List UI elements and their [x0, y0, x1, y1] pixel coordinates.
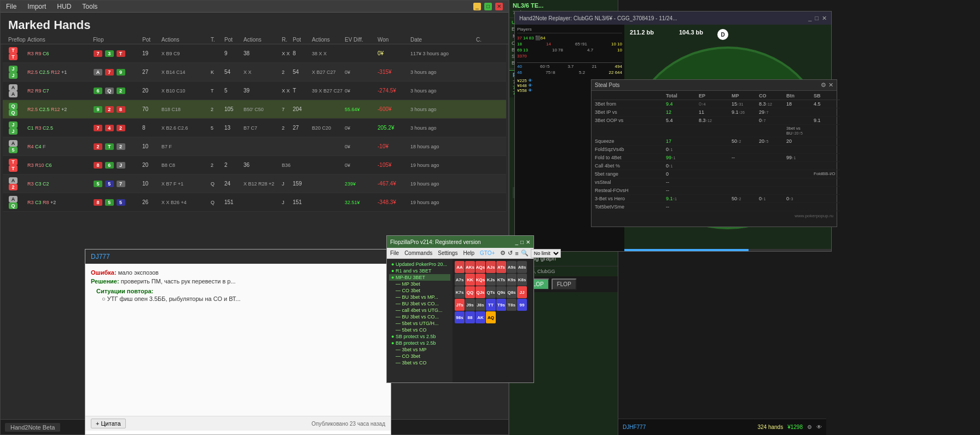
stat-call4bet-label: Call 4bet % [594, 162, 665, 170]
card-t9s[interactable]: T9s [496, 299, 506, 311]
fz-tree-item-r1[interactable]: ● R1 and vs 3BET [389, 268, 450, 274]
fz-sub-mp3bet[interactable]: — MP 3bet [389, 281, 450, 287]
card-aqs[interactable]: AQs [475, 261, 485, 273]
fz-sub-bu3bet-co[interactable]: — BU 3bet vs CO... [389, 300, 450, 307]
card-aks[interactable]: AKs [465, 261, 475, 273]
card-j9s[interactable]: J9s [465, 299, 475, 311]
maximize-button[interactable]: □ [484, 3, 492, 10]
stat-tot5bet-sb [813, 203, 840, 211]
card-1: A [9, 140, 18, 147]
replayer-minimize[interactable]: _ [808, 15, 811, 22]
settings-icon[interactable]: ⚙ [807, 424, 812, 430]
card-qts[interactable]: QTs [486, 286, 496, 298]
player-session-name: DJHF777 [623, 424, 646, 430]
fz-sub-3bet-co[interactable]: — 3bet vs CO [389, 359, 450, 366]
card-88[interactable]: 88 [465, 311, 475, 323]
card-kqs[interactable]: KQs [475, 274, 485, 286]
fz-limit-select[interactable]: No limit [531, 249, 561, 258]
table-row[interactable]: A A R2 R9 C7 6 Q 2 20 X B10 C10 T 5 39 X… [3, 82, 506, 100]
fz-search-icon[interactable]: 🔍 [521, 250, 529, 257]
fz-sub-5bet-utg[interactable]: — 5bet vs UTG/H... [389, 320, 450, 327]
card-ats[interactable]: ATs [496, 261, 506, 273]
stat-3bet-vs-bu-label [594, 125, 665, 137]
river-actions: 39 X B27 C27 [312, 88, 345, 94]
card-kts[interactable]: KTs [496, 274, 506, 286]
menu-tools[interactable]: Tools [82, 3, 97, 10]
card-k9s[interactable]: K9s [507, 274, 517, 286]
card-qq[interactable]: QQ [465, 286, 475, 298]
fz-menu-help[interactable]: Help [463, 250, 474, 256]
quote-button[interactable]: + Цитата [91, 419, 126, 428]
fz-menu-settings[interactable]: Settings [438, 250, 457, 256]
fz-tree-item-sb[interactable]: ● SB protect vs 2.5b [389, 333, 450, 340]
card-ajs[interactable]: AJs [486, 261, 496, 273]
card-kjs[interactable]: KJs [486, 274, 496, 286]
eye-icon[interactable]: 👁 [816, 424, 822, 430]
stats-table-close[interactable]: ✕ [828, 82, 833, 89]
replayer-maximize[interactable]: □ [815, 15, 819, 22]
fz-filter-icon[interactable]: ≡ [515, 250, 518, 257]
fz-sub-co3bet[interactable]: — CO 3bet [389, 287, 450, 294]
fz-sub-bu3bet-mp[interactable]: — BU 3bet vs MP... [389, 294, 450, 300]
table-row[interactable]: A Q R3 C3 R8 +2 8 5 5 26 X X B26 +4 Q 15… [3, 193, 506, 212]
fz-settings-icon[interactable]: ⚙ [500, 250, 506, 257]
card-q9s[interactable]: Q9s [496, 286, 506, 298]
menu-hud[interactable]: HUD [57, 3, 71, 10]
card-jts[interactable]: JTs [455, 299, 465, 311]
replayer-close[interactable]: ✕ [822, 15, 827, 22]
card-j8s[interactable]: J8s [475, 299, 485, 311]
card-a9s[interactable]: A9s [507, 261, 517, 273]
fz-sub-call4bet[interactable]: — call 4bet vs UTG... [389, 307, 450, 314]
fz-tree-item-mpbu[interactable]: ● MP-BU 3BET [389, 274, 450, 281]
flop-tab-btn[interactable]: FLOP [552, 279, 577, 290]
fz-sub-3bet-mp[interactable]: — 3bet vs MP [389, 346, 450, 353]
card-aa[interactable]: AA [455, 261, 465, 273]
fz-menu-gto[interactable]: GTO+ [480, 250, 495, 256]
card-t8s[interactable]: T8s [507, 299, 517, 311]
table-row[interactable]: J J R2.5 C2.5 R12 +1 A 7 9 27 X B14 C14 … [3, 63, 506, 82]
card-qjs[interactable]: QJs [475, 286, 485, 298]
table-row[interactable]: Q Q R2.5 C2.5 R12 +2 9 2 8 70 B18 C18 2 … [3, 100, 506, 119]
flop-actions: X X B26 +4 [161, 200, 211, 205]
menu-import[interactable]: Import [27, 3, 46, 10]
fz-sub-bu3bet-co2[interactable]: — BU 3bet vs CO... [389, 314, 450, 320]
card-k7s[interactable]: K7s [455, 286, 465, 298]
table-row[interactable]: A 2 R3 C3 C2 5 5 7 10 X B7 F +1 Q 24 X B… [3, 175, 506, 193]
menu-file[interactable]: File [6, 3, 16, 10]
flopzilla-maximize[interactable]: □ [520, 239, 524, 245]
player-row: 46 75↑8 5.2 22 644 [517, 70, 622, 75]
card-k8s[interactable]: K8s [517, 274, 527, 286]
stats-table-settings[interactable]: ⚙ [821, 82, 826, 89]
fz-tree-item-updated[interactable]: ● Updated PokerPro 20... [389, 261, 450, 268]
fz-sub-co3bet2[interactable]: — CO 3bet [389, 353, 450, 359]
stat-call4bet-btn [785, 162, 813, 170]
stat-fold4bet-co [758, 154, 785, 162]
card-q8s[interactable]: Q8s [507, 286, 517, 298]
fz-sub-5bet-co[interactable]: — 5bet vs CO [389, 327, 450, 333]
card-a8s[interactable]: A8s [517, 261, 527, 273]
table-row[interactable]: J J C1 R3 C2.5 7 4 2 8 X B2.6 C2.6 5 13 … [3, 119, 506, 137]
card-tt[interactable]: TT [486, 299, 496, 311]
card-99[interactable]: 99 [517, 299, 527, 311]
card-kk[interactable]: KK [465, 274, 475, 286]
table-row[interactable]: T T R3 R10 C6 8 6 J 20 B8 C8 2 2 36 B36 … [3, 156, 506, 175]
card-jj[interactable]: JJ [517, 286, 527, 298]
flopzilla-close[interactable]: ✕ [526, 239, 530, 245]
fz-menu-file[interactable]: File [390, 250, 399, 256]
flopzilla-minimize[interactable]: _ [515, 239, 518, 245]
hand-actions: R3 C3 C2 [27, 181, 93, 187]
table-row[interactable]: A 5 R4 C4 F 2 T 2 10 B7 F 0¥ -10¥ 18 hou… [3, 137, 506, 156]
fz-tree-item-bb[interactable]: ● BB protect vs 2.5b [389, 340, 450, 346]
stat-3bet-from-btn: 18 [785, 100, 813, 108]
card-a7s[interactable]: A7s [455, 274, 465, 286]
card-98s[interactable]: 98s [455, 311, 465, 323]
taskbar-h2n[interactable]: Hand2Note Beta [5, 423, 60, 432]
minimize-button[interactable]: _ [473, 3, 481, 10]
card-akp[interactable]: AK [475, 311, 485, 323]
close-button[interactable]: ✕ [495, 3, 503, 10]
fz-refresh-icon[interactable]: ↺ [508, 250, 513, 257]
table-row[interactable]: T T R3 R9 C6 7 3 T 19 X B9 C9 9 38 X X 8… [3, 44, 506, 63]
card-aqp[interactable]: AQ [486, 311, 496, 323]
flopzilla-card-grid: AA AKs AQs AJs ATs A9s A8s A7s KK KQs KJ… [453, 259, 534, 382]
fz-menu-commands[interactable]: Commands [404, 250, 432, 256]
